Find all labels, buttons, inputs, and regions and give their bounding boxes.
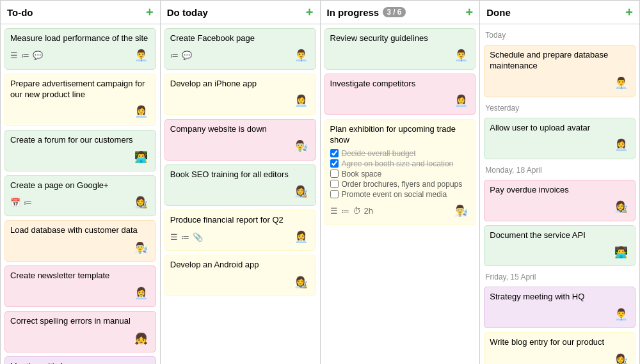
card-footer: 👩‍💼 (10, 284, 150, 302)
column-header: Done+ (480, 1, 639, 24)
checklist-item[interactable]: Promote event on social media (330, 189, 470, 200)
card[interactable]: Meeting with Acme☰⇄≔👩‍🎨 (4, 356, 156, 364)
checklist-checkbox[interactable] (330, 190, 339, 198)
card-icon: 💬 (182, 51, 192, 60)
card-title: Document the service API (490, 230, 630, 241)
card-footer: ☰≔💬👨‍💼 (10, 47, 150, 65)
card-title: Review security guidelines (330, 33, 470, 44)
card-title: Plan exhibition for upcoming trade show (330, 124, 470, 146)
checklist-item[interactable]: Book space (330, 169, 470, 179)
avatar: 👩‍🎨 (612, 198, 630, 216)
card[interactable]: Schedule and prepare database maintenanc… (484, 45, 636, 97)
checklist-item[interactable]: Order brochures, flyers and popups (330, 179, 470, 189)
checklist-text: Agree on booth size and location (342, 159, 454, 168)
card[interactable]: Correct spelling errors in manual👧 (4, 311, 156, 352)
card[interactable]: Create Facebook page≔💬👨‍💼 (164, 28, 316, 70)
column-title: In progress (327, 7, 380, 18)
card[interactable]: Plan exhibition for upcoming trade showD… (324, 119, 476, 225)
card[interactable]: Pay overdue invoices👩‍🎨 (484, 180, 636, 221)
card[interactable]: Prepare advertisement campaign for our n… (4, 74, 156, 126)
card[interactable]: Company website is down👨‍🔬 (164, 119, 316, 161)
checklist-checkbox[interactable] (330, 170, 339, 178)
card[interactable]: Investigate competitors👩‍💼 (324, 74, 476, 115)
card-icon: ≔ (24, 198, 32, 207)
column-body: Review security guidelines👨‍💼Investigate… (321, 24, 480, 364)
card[interactable]: Develop an Android app👩‍🎨 (164, 255, 316, 296)
card-footer: 👩‍🎨 (490, 198, 630, 216)
card[interactable]: Create a forum for our customers👨‍💻 (4, 130, 156, 171)
done-date-label: Yesterday (484, 101, 636, 114)
avatar: 👨‍💼 (292, 47, 310, 65)
card-footer: 👩‍💼 (10, 103, 150, 121)
avatar: 👧 (132, 329, 150, 347)
avatar: 👨‍🔬 (292, 138, 310, 155)
card[interactable]: Allow user to upload avatar👩‍💼 (484, 118, 636, 159)
avatar: 👩‍💼 (132, 284, 150, 302)
card-footer: 👨‍💻 (490, 243, 630, 261)
checklist-checkbox[interactable] (330, 159, 339, 168)
add-card-button[interactable]: + (306, 6, 314, 19)
done-date-label: Today (484, 28, 636, 41)
card-icons: ≔💬 (170, 51, 192, 60)
card-title: Book SEO training for all editors (170, 170, 310, 180)
done-date-label: Monday, 18 April (484, 163, 636, 176)
card-icon: ≔ (341, 206, 349, 216)
card-icon: ≔ (181, 232, 189, 242)
avatar: 👨‍💼 (612, 74, 630, 92)
card[interactable]: Produce financial report for Q2☰≔📎👩‍💼 (164, 210, 316, 251)
avatar: 👩‍🎨 (612, 351, 630, 364)
column-done: Done+TodaySchedule and prepare database … (480, 1, 639, 364)
card-title: Write blog entry for our product (490, 337, 630, 348)
card[interactable]: Create a page on Google+📅≔👩‍🎨 (4, 175, 156, 217)
checklist-checkbox[interactable] (330, 149, 339, 157)
card[interactable]: Create newsletter template👩‍💼 (4, 265, 156, 307)
card-title: Produce financial report for Q2 (170, 215, 310, 226)
card-title: Develop an Android app (170, 260, 310, 271)
card-icon: ≔ (21, 51, 29, 60)
card-icon: ⏱ (353, 206, 361, 216)
card[interactable]: Load database with customer data👨‍🔬 (4, 220, 156, 262)
card-title: Measure load performance of the site (10, 33, 150, 44)
column-body: TodaySchedule and prepare database maint… (480, 24, 639, 364)
avatar: 👨‍🔬 (452, 202, 470, 220)
card-icon: 2h (364, 206, 373, 216)
avatar: 👨‍💼 (612, 305, 630, 323)
card-title: Create a forum for our customers (10, 135, 150, 146)
card-title: Create newsletter template (10, 271, 150, 281)
card-footer: ☰≔📎👩‍💼 (170, 228, 310, 246)
card-footer: 👩‍💼 (490, 136, 630, 154)
card[interactable]: Review security guidelines👨‍💼 (324, 28, 476, 70)
card[interactable]: Document the service API👨‍💻 (484, 225, 636, 267)
card-footer: 👩‍💼 (170, 92, 310, 110)
card-title: Schedule and prepare database maintenanc… (490, 50, 630, 72)
card-title: Correct spelling errors in manual (10, 316, 150, 327)
card-footer: 👨‍💼 (490, 305, 630, 323)
add-card-button[interactable]: + (466, 6, 474, 19)
card-title: Investigate competitors (330, 79, 470, 90)
card-footer: 📅≔👩‍🎨 (10, 193, 150, 211)
card[interactable]: Book SEO training for all editors👩‍🎨 (164, 164, 316, 206)
card[interactable]: Develop an iPhone app👩‍💼 (164, 74, 316, 115)
card[interactable]: Write blog entry for our product👩‍🎨 (484, 332, 636, 364)
avatar: 👩‍💼 (292, 228, 310, 246)
add-card-button[interactable]: + (625, 6, 633, 19)
card[interactable]: Measure load performance of the site☰≔💬👨… (4, 28, 156, 70)
card-footer: ≔💬👨‍💼 (170, 47, 310, 65)
avatar: 👩‍💼 (452, 92, 470, 110)
column-dotoday: Do today+Create Facebook page≔💬👨‍💼Develo… (161, 1, 321, 364)
checklist-item[interactable]: Decide overall budget (330, 148, 470, 159)
add-card-button[interactable]: + (146, 6, 154, 19)
avatar: 👨‍💻 (612, 243, 630, 261)
card-icons: ☰≔💬 (10, 51, 43, 60)
card-icon: 💬 (33, 51, 43, 60)
card-icon: 📅 (10, 198, 20, 207)
checklist-checkbox[interactable] (330, 180, 339, 188)
card[interactable]: Strategy meeting with HQ👨‍💼 (484, 287, 636, 328)
card-icons: ☰≔📎 (170, 232, 203, 242)
card-title: Create Facebook page (170, 33, 310, 44)
avatar: 👨‍🔬 (132, 239, 150, 257)
column-header: Do today+ (161, 1, 320, 24)
card-icon: ☰ (10, 51, 18, 60)
card-icons: ☰≔⏱2h (330, 206, 373, 216)
checklist-item[interactable]: Agree on booth size and location (330, 159, 470, 169)
